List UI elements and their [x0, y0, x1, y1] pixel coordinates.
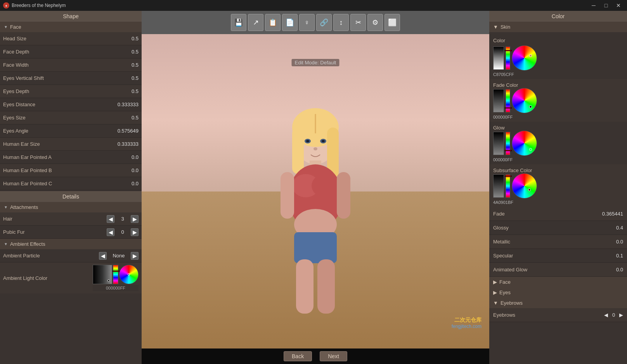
glow-hex: 000000FF	[493, 157, 623, 164]
glow-pickers[interactable]	[493, 131, 623, 157]
export-button[interactable]: ↗	[248, 14, 263, 31]
ambient-particle-next-button[interactable]: ▶	[131, 252, 139, 260]
face-color-section-header[interactable]: ▶ Face	[489, 277, 627, 287]
eyes-angle-label: Eyes Angle	[3, 128, 107, 134]
metallic-row: Metallic 0.0	[489, 235, 627, 249]
fade-strip[interactable]	[506, 89, 510, 112]
main-content: Shape ▼ Face Head Size 0.5 Face Depth 0.…	[0, 11, 627, 364]
glow-strip[interactable]	[506, 132, 510, 155]
character-svg	[257, 104, 374, 329]
pubic-fur-label: Pubic Fur	[3, 229, 107, 235]
window-controls: ─ □ ✕	[588, 1, 624, 10]
specular-row: Specular 0.1	[489, 249, 627, 263]
eyes-angle-value: 0.575649	[107, 128, 139, 134]
shape-panel-scroll[interactable]: ▼ Face Head Size 0.5 Face Depth 0.5 Face…	[0, 22, 142, 364]
viewport[interactable]: Edit Mode: Default 二次元仓库 fengjitech.com	[142, 34, 489, 348]
pubic-fur-value: 0	[117, 229, 128, 235]
fade-color-pickers[interactable]	[493, 88, 623, 114]
pubic-fur-stepper[interactable]: ◀ 0 ▶	[107, 228, 139, 236]
subsurface-gradient[interactable]	[493, 174, 504, 198]
link-button[interactable]: 🔗	[316, 14, 332, 31]
eyebrows-section-header[interactable]: ▼ Eyebrows	[489, 298, 627, 308]
ambient-light-color-widget[interactable]: 000000FF	[93, 265, 139, 291]
pubic-fur-prev-button[interactable]: ◀	[107, 228, 114, 236]
eyes-size-row: Eyes Size 0.5	[0, 111, 142, 124]
gender-button[interactable]: ♀	[299, 14, 315, 31]
face-section-header[interactable]: ▼ Face	[0, 22, 142, 32]
skin-color-gradient[interactable]	[493, 47, 504, 70]
settings-button[interactable]: ⚙	[367, 14, 383, 31]
eyebrows-arrow-icon: ▼	[493, 300, 498, 306]
title-bar: ♦ Breeders of the Nephelym ─ □ ✕	[0, 0, 627, 11]
maximize-button[interactable]: □	[601, 1, 611, 10]
animated-glow-value: 0.0	[616, 267, 623, 273]
face-depth-value: 0.5	[107, 49, 139, 55]
eyebrows-section-label: Eyebrows	[501, 300, 523, 306]
skin-section-header[interactable]: ▼ Skin	[489, 22, 627, 32]
subsurface-strip[interactable]	[506, 174, 510, 198]
hair-prev-button[interactable]: ◀	[107, 215, 114, 223]
face-depth-label: Face Depth	[3, 49, 107, 55]
skin-color-hex: C8705CFF	[493, 71, 623, 79]
human-ear-pointed-b-value: 0.0	[107, 167, 139, 173]
pubic-fur-row: Pubic Fur ◀ 0 ▶	[0, 226, 142, 239]
trim-button[interactable]: ✂	[350, 14, 366, 31]
fade-value: 0.365441	[602, 211, 623, 217]
back-button[interactable]: Back	[284, 351, 312, 361]
subsurface-color-wheel[interactable]	[512, 173, 537, 198]
glow-gradient[interactable]	[493, 132, 504, 155]
human-ear-pointed-c-row: Human Ear Pointed C 0.0	[0, 177, 142, 190]
paste-button[interactable]: 📄	[282, 14, 298, 31]
fade-gradient[interactable]	[493, 89, 504, 112]
eyes-color-section-header[interactable]: ▶ Eyes	[489, 287, 627, 298]
app-icon: ♦	[3, 2, 9, 9]
eyes-depth-value: 0.5	[107, 88, 139, 94]
eyes-angle-row: Eyes Angle 0.575649	[0, 124, 142, 138]
ambient-particle-stepper[interactable]: ◀ None ▶	[99, 252, 139, 260]
skin-color-wheel[interactable]	[512, 45, 537, 71]
specular-label: Specular	[493, 253, 616, 259]
view-button[interactable]: ⬜	[385, 14, 400, 31]
fade-color-label-row: Fade Color	[493, 81, 623, 88]
hair-value: 3	[117, 216, 128, 222]
hair-next-button[interactable]: ▶	[131, 215, 139, 223]
minimize-button[interactable]: ─	[588, 1, 599, 10]
attachments-section-header[interactable]: ▼ Attachments	[0, 202, 142, 212]
ambient-color-strip[interactable]	[113, 265, 118, 284]
eyes-size-value: 0.5	[107, 115, 139, 121]
next-button[interactable]: Next	[320, 351, 347, 361]
human-ear-pointed-a-label: Human Ear Pointed A	[3, 154, 107, 160]
glow-color-wheel[interactable]	[512, 131, 537, 156]
skin-color-strip[interactable]	[506, 47, 510, 70]
svg-rect-9	[294, 232, 337, 263]
ambient-color-wheel[interactable]	[119, 265, 139, 284]
subsurface-pickers[interactable]	[493, 173, 623, 199]
face-width-row: Face Width 0.5	[0, 59, 142, 72]
left-panel: Shape ▼ Face Head Size 0.5 Face Depth 0.…	[0, 11, 142, 364]
details-section-header: Details	[0, 191, 142, 202]
svg-point-16	[306, 140, 309, 142]
skin-arrow-icon: ▼	[493, 24, 498, 30]
eyes-vertical-shift-label: Eyes Vertical Shift	[3, 75, 107, 81]
ambient-effects-section-header[interactable]: ▼ Ambient Effects	[0, 239, 142, 249]
specular-value: 0.1	[616, 253, 623, 259]
skin-color-pickers[interactable]	[493, 45, 623, 71]
face-arrow-icon: ▼	[4, 25, 8, 29]
ambient-particle-prev-button[interactable]: ◀	[99, 252, 107, 260]
copy-button[interactable]: 📋	[265, 14, 281, 31]
fade-color-wheel[interactable]	[512, 88, 537, 113]
hair-stepper[interactable]: ◀ 3 ▶	[107, 215, 139, 223]
color-panel-scroll[interactable]: ▼ Skin Color C8705CFF	[489, 22, 627, 364]
ambient-gradient-box[interactable]	[93, 265, 112, 284]
human-ear-pointed-c-value: 0.0	[107, 181, 139, 186]
fade-color-hex: 000000FF	[493, 114, 623, 122]
human-ear-pointed-b-row: Human Ear Pointed B 0.0	[0, 164, 142, 177]
head-size-value: 0.5	[107, 36, 139, 41]
face-width-label: Face Width	[3, 62, 107, 68]
save-button[interactable]: 💾	[231, 14, 246, 31]
close-button[interactable]: ✕	[613, 1, 624, 10]
center-area: 💾 ↗ 📋 📄 ♀ 🔗 ↕ ✂ ⚙ ⬜	[142, 11, 489, 364]
ambient-particle-row: Ambient Particle ◀ None ▶	[0, 249, 142, 262]
pubic-fur-next-button[interactable]: ▶	[131, 228, 139, 236]
pose-button[interactable]: ↕	[333, 14, 349, 31]
